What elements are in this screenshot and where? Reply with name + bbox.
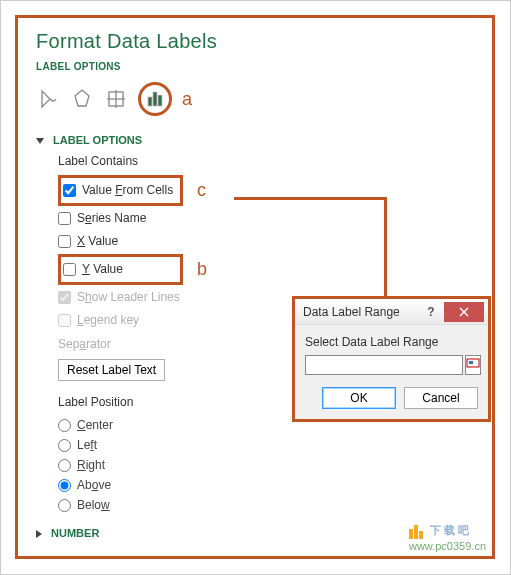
position-center-radio[interactable] — [58, 419, 71, 432]
format-category-icon-row: a — [36, 82, 288, 116]
close-icon — [459, 307, 469, 317]
effects-icon[interactable] — [70, 87, 94, 111]
y-value-checkbox[interactable] — [63, 263, 76, 276]
collapse-dialog-icon — [466, 358, 480, 372]
dialog-close-button[interactable] — [444, 302, 484, 322]
series-name-checkbox[interactable] — [58, 212, 71, 225]
dialog-title: Data Label Range — [295, 305, 418, 319]
position-center-label[interactable]: Center — [77, 418, 113, 432]
pane-title: Format Data Labels — [36, 30, 288, 53]
svg-rect-5 — [153, 92, 156, 105]
connector-line — [234, 197, 387, 200]
dialog-field-label: Select Data Label Range — [305, 335, 478, 349]
pane-subtitle: LABEL OPTIONS — [36, 61, 288, 72]
range-selector-button[interactable] — [465, 355, 481, 375]
label-position-heading: Label Position — [58, 395, 288, 409]
label-contains-heading: Label Contains — [58, 154, 288, 168]
reset-label-text-button[interactable]: Reset Label Text — [58, 359, 165, 381]
label-options-icon[interactable] — [138, 82, 172, 116]
annotation-c: c — [197, 180, 206, 201]
series-name-label[interactable]: Series Name — [77, 211, 146, 225]
legend-key-checkbox — [58, 314, 71, 327]
svg-rect-10 — [469, 361, 473, 364]
format-data-labels-pane: Format Data Labels LABEL OPTIONS a LABEL… — [18, 18, 304, 556]
dialog-ok-button[interactable]: OK — [322, 387, 396, 409]
fill-line-icon[interactable] — [36, 87, 60, 111]
label-options-section-header[interactable]: LABEL OPTIONS — [36, 134, 288, 146]
position-left-radio[interactable] — [58, 439, 71, 452]
svg-marker-0 — [75, 90, 89, 106]
collapse-triangle-icon — [36, 138, 44, 144]
svg-rect-6 — [158, 96, 161, 106]
watermark-url: www.pc0359.cn — [409, 540, 486, 552]
annotation-b-highlight: Y Value — [58, 254, 183, 285]
number-section-header[interactable]: NUMBER — [36, 527, 288, 539]
label-options-body: Label Contains Value From Cells c Series… — [58, 154, 288, 515]
section-header-text: LABEL OPTIONS — [53, 134, 142, 146]
expand-triangle-icon — [36, 530, 42, 538]
separator-label: Separator — [58, 337, 288, 351]
watermark-logo-icon — [409, 523, 423, 539]
dialog-cancel-button[interactable]: Cancel — [404, 387, 478, 409]
annotation-b: b — [197, 259, 207, 280]
number-section-text: NUMBER — [51, 527, 99, 539]
dialog-help-button[interactable]: ? — [418, 305, 444, 319]
position-left-label[interactable]: Left — [77, 438, 97, 452]
connector-line — [384, 197, 387, 298]
data-label-range-dialog: Data Label Range ? Select Data Label Ran… — [292, 296, 491, 422]
dialog-body: Select Data Label Range OK Cancel — [295, 325, 488, 419]
legend-key-label: Legend key — [77, 313, 139, 327]
watermark: 下载吧 www.pc0359.cn — [409, 523, 486, 552]
position-below-label[interactable]: Below — [77, 498, 110, 512]
position-right-label[interactable]: Right — [77, 458, 105, 472]
x-value-label[interactable]: X Value — [77, 234, 118, 248]
x-value-checkbox[interactable] — [58, 235, 71, 248]
watermark-brand: 下载吧 — [430, 524, 472, 536]
value-from-cells-label[interactable]: Value From Cells — [82, 183, 173, 197]
show-leader-lines-label: Show Leader Lines — [77, 290, 180, 304]
chart-icon — [145, 89, 165, 109]
position-above-label[interactable]: Above — [77, 478, 111, 492]
annotation-c-highlight: Value From Cells — [58, 175, 183, 206]
show-leader-lines-checkbox — [58, 291, 71, 304]
position-above-radio[interactable] — [58, 479, 71, 492]
position-right-radio[interactable] — [58, 459, 71, 472]
data-label-range-input[interactable] — [305, 355, 463, 375]
annotation-a: a — [182, 89, 192, 110]
size-properties-icon[interactable] — [104, 87, 128, 111]
position-below-radio[interactable] — [58, 499, 71, 512]
svg-rect-4 — [148, 97, 151, 105]
y-value-label[interactable]: Y Value — [82, 262, 123, 276]
value-from-cells-checkbox[interactable] — [63, 184, 76, 197]
dialog-titlebar[interactable]: Data Label Range ? — [295, 299, 488, 325]
